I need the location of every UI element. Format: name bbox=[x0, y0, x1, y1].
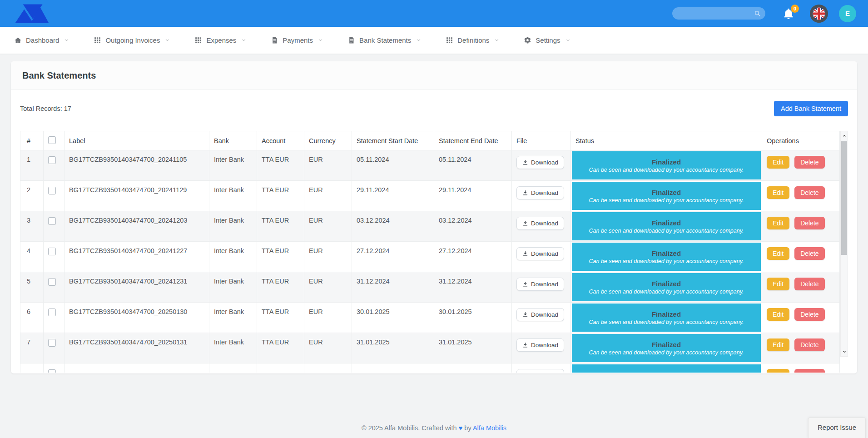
delete-button[interactable]: Delete bbox=[794, 278, 824, 290]
edit-button[interactable]: Edit bbox=[767, 338, 789, 351]
footer: © 2025 Alfa Mobilis. Crafted with ♥ by A… bbox=[0, 424, 868, 432]
operations-cell: Edit Delete bbox=[762, 333, 840, 363]
alfa-mobilis-logo-icon[interactable] bbox=[14, 3, 53, 25]
delete-button[interactable]: Delete bbox=[794, 186, 824, 199]
status-badge: Finalized Can be seen and downloaded by … bbox=[572, 364, 761, 373]
row-checkbox[interactable] bbox=[48, 369, 56, 373]
report-issue-button[interactable]: Report Issue bbox=[808, 418, 866, 438]
row-number bbox=[20, 363, 44, 373]
download-button[interactable]: Download bbox=[516, 217, 564, 230]
edit-button[interactable]: Edit bbox=[767, 217, 789, 229]
row-number: 7 bbox=[20, 333, 44, 363]
file-cell: Download bbox=[512, 150, 571, 181]
start-date-cell: 29.11.2024 bbox=[352, 181, 434, 211]
start-date-cell: 03.12.2024 bbox=[352, 211, 434, 242]
account-cell: TTA EUR bbox=[257, 150, 304, 181]
download-button[interactable]: Download bbox=[516, 308, 564, 321]
grid-icon bbox=[194, 36, 202, 44]
nav-item-dashboard[interactable]: Dashboard bbox=[2, 27, 81, 54]
bank-cell bbox=[209, 363, 257, 373]
chevron-down-icon bbox=[494, 38, 499, 43]
status-cell: Finalized Can be seen and downloaded by … bbox=[571, 181, 762, 211]
nav-item-expenses[interactable]: Expenses bbox=[182, 27, 258, 54]
search-box bbox=[672, 7, 765, 20]
currency-cell: EUR bbox=[304, 242, 352, 272]
user-avatar[interactable]: E bbox=[839, 5, 856, 22]
delete-button[interactable]: Delete bbox=[794, 217, 824, 229]
status-title: Finalized bbox=[652, 280, 681, 288]
total-records-label: Total Records: 17 bbox=[20, 105, 71, 112]
nav-item-definitions[interactable]: Definitions bbox=[433, 27, 511, 54]
top-app-bar: 0 E bbox=[0, 0, 868, 27]
start-date-cell: 05.11.2024 bbox=[352, 150, 434, 181]
download-button[interactable]: Download bbox=[516, 278, 564, 291]
language-uk-flag-icon[interactable] bbox=[810, 5, 828, 23]
row-checkbox[interactable] bbox=[48, 248, 56, 255]
edit-button[interactable]: Edit bbox=[767, 278, 789, 290]
download-button[interactable]: Download bbox=[516, 369, 564, 373]
edit-button[interactable]: Edit bbox=[767, 156, 789, 169]
nav-item-bank-statements[interactable]: Bank Statements bbox=[335, 27, 433, 54]
row-checkbox[interactable] bbox=[48, 187, 56, 194]
nav-item-label: Settings bbox=[536, 36, 560, 44]
download-button[interactable]: Download bbox=[516, 247, 564, 260]
copyright-text: © 2025 Alfa Mobilis. Crafted with bbox=[362, 424, 457, 432]
status-title: Finalized bbox=[652, 341, 681, 348]
statement-label: BG17TCZB93501403474700_20250131 bbox=[64, 333, 209, 363]
row-checkbox[interactable] bbox=[48, 217, 56, 225]
operations-cell: Edit Delete bbox=[762, 150, 840, 181]
end-date-cell bbox=[434, 363, 512, 373]
row-number: 5 bbox=[20, 272, 44, 303]
col-number: # bbox=[20, 131, 44, 150]
download-button[interactable]: Download bbox=[516, 156, 564, 169]
delete-button[interactable]: Delete bbox=[794, 308, 824, 321]
edit-button[interactable]: Edit bbox=[767, 186, 789, 199]
nav-item-payments[interactable]: Payments bbox=[258, 27, 335, 54]
nav-item-label: Dashboard bbox=[26, 36, 59, 44]
add-bank-statement-button[interactable]: Add Bank Statement bbox=[774, 101, 848, 116]
main-navigation: Dashboard Outgoing Invoices Expenses Pay… bbox=[0, 27, 868, 54]
row-checkbox[interactable] bbox=[48, 278, 56, 286]
operations-cell: Edit Delete bbox=[762, 211, 840, 242]
operations-cell: Edit Delete bbox=[762, 181, 840, 211]
edit-button[interactable]: Edit bbox=[767, 308, 789, 321]
delete-button[interactable]: Delete bbox=[794, 338, 824, 351]
delete-button[interactable]: Delete bbox=[794, 247, 824, 260]
col-start-date: Statement Start Date bbox=[352, 131, 434, 150]
delete-button[interactable]: Delete bbox=[794, 156, 824, 169]
card-body: Total Records: 17 Add Bank Statement # bbox=[11, 90, 857, 373]
row-checkbox[interactable] bbox=[48, 309, 56, 316]
scrollbar-down-arrow[interactable] bbox=[841, 348, 848, 355]
status-subtitle: Can be seen and downloaded by your accou… bbox=[589, 167, 744, 173]
edit-button[interactable]: Edit bbox=[767, 247, 789, 260]
edit-button[interactable]: Edit bbox=[767, 369, 789, 373]
nav-item-label: Outgoing Invoices bbox=[105, 36, 160, 44]
col-bank: Bank bbox=[209, 131, 257, 150]
row-checkbox[interactable] bbox=[48, 156, 56, 164]
table-row: 3 BG17TCZB93501403474700_20241203 Inter … bbox=[20, 211, 840, 242]
alfa-mobilis-link[interactable]: Alfa Mobilis bbox=[473, 424, 506, 432]
download-button[interactable]: Download bbox=[516, 186, 564, 199]
table-scrollbar[interactable] bbox=[840, 131, 848, 357]
search-icon[interactable] bbox=[754, 10, 761, 17]
row-checkbox[interactable] bbox=[48, 339, 56, 347]
col-label: Label bbox=[64, 131, 209, 150]
scrollbar-up-arrow[interactable] bbox=[841, 132, 848, 139]
status-badge: Finalized Can be seen and downloaded by … bbox=[572, 182, 761, 210]
status-title: Finalized bbox=[652, 219, 681, 227]
nav-item-outgoing-invoices[interactable]: Outgoing Invoices bbox=[81, 27, 182, 54]
scrollbar-thumb[interactable] bbox=[841, 141, 847, 255]
table-row: 5 BG17TCZB93501403474700_20241231 Inter … bbox=[20, 272, 840, 303]
download-icon bbox=[522, 251, 528, 257]
select-all-checkbox[interactable] bbox=[48, 136, 56, 144]
operations-cell: Edit Delete bbox=[762, 242, 840, 272]
end-date-cell: 05.11.2024 bbox=[434, 150, 512, 181]
nav-item-settings[interactable]: Settings bbox=[511, 27, 582, 54]
start-date-cell: 31.01.2025 bbox=[352, 333, 434, 363]
delete-button[interactable]: Delete bbox=[794, 369, 824, 373]
notifications-button[interactable]: 0 bbox=[783, 8, 794, 20]
home-icon bbox=[14, 36, 22, 44]
search-input[interactable] bbox=[672, 7, 765, 20]
row-select-cell bbox=[44, 150, 64, 181]
download-button[interactable]: Download bbox=[516, 338, 564, 352]
